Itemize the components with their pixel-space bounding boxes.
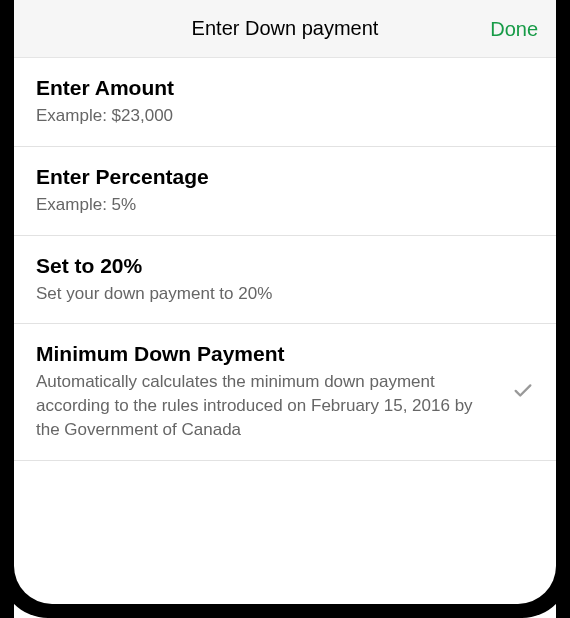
modal-header: Enter Down payment Done — [14, 0, 556, 58]
done-button[interactable]: Done — [490, 17, 538, 40]
option-subtitle: Automatically calculates the minimum dow… — [36, 370, 534, 441]
option-minimum-down-payment[interactable]: Minimum Down Payment Automatically calcu… — [14, 324, 556, 460]
phone-bezel-bottom-inner — [14, 546, 556, 604]
options-list: Enter Amount Example: $23,000 Enter Perc… — [14, 58, 556, 461]
option-enter-amount[interactable]: Enter Amount Example: $23,000 — [14, 58, 556, 147]
option-title: Set to 20% — [36, 254, 534, 278]
phone-bezel-right — [556, 0, 570, 618]
phone-bezel-left — [0, 0, 14, 618]
option-subtitle: Example: $23,000 — [36, 104, 534, 128]
option-title: Enter Percentage — [36, 165, 534, 189]
phone-frame: Enter Down payment Done Enter Amount Exa… — [0, 0, 570, 618]
check-icon — [512, 379, 534, 405]
phone-bezel-bottom — [0, 566, 570, 618]
option-title: Enter Amount — [36, 76, 534, 100]
screen: Enter Down payment Done Enter Amount Exa… — [14, 0, 556, 588]
modal-title: Enter Down payment — [192, 17, 379, 40]
option-title: Minimum Down Payment — [36, 342, 534, 366]
option-enter-percentage[interactable]: Enter Percentage Example: 5% — [14, 147, 556, 236]
option-subtitle: Example: 5% — [36, 193, 534, 217]
option-subtitle: Set your down payment to 20% — [36, 282, 534, 306]
option-set-20-percent[interactable]: Set to 20% Set your down payment to 20% — [14, 236, 556, 325]
